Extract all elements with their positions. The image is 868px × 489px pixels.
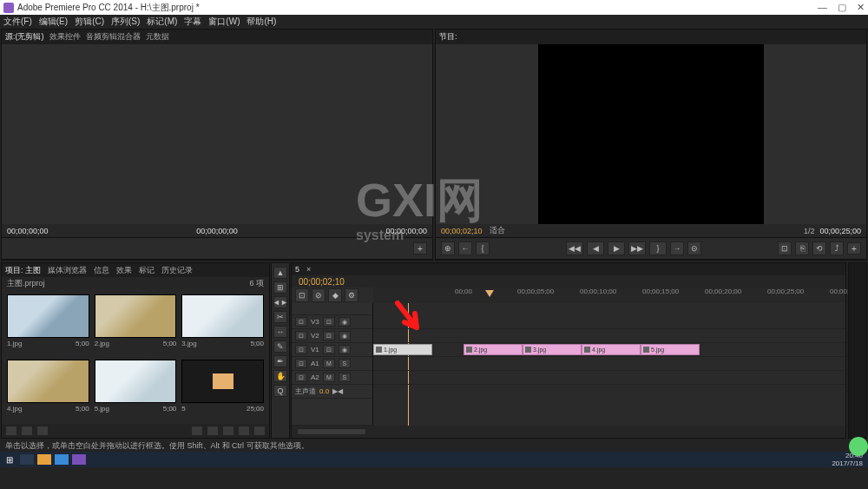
- program-tc-left[interactable]: 00;00;02;10: [441, 227, 483, 235]
- timeline-clip[interactable]: 1.jpg: [373, 344, 432, 355]
- settings-icon[interactable]: ⚙: [345, 288, 358, 302]
- program-fit[interactable]: 适合: [490, 225, 505, 236]
- step-right-icon[interactable]: ▶▶: [628, 241, 646, 255]
- video-track-row[interactable]: [373, 329, 845, 343]
- solo-icon[interactable]: S: [339, 359, 351, 368]
- insert-icon[interactable]: ⎘: [795, 241, 809, 255]
- overwrite-icon[interactable]: ⟲: [812, 241, 826, 255]
- project-item[interactable]: 525;00: [181, 360, 264, 420]
- close-button[interactable]: ✕: [857, 2, 865, 13]
- play-icon[interactable]: ▶: [608, 241, 625, 255]
- project-item[interactable]: 1.jpg5;00: [7, 294, 89, 354]
- menu-sequence[interactable]: 序列(S): [111, 16, 140, 28]
- audio-track-row[interactable]: [373, 371, 845, 385]
- assist-badge-icon[interactable]: [849, 437, 868, 456]
- project-item[interactable]: 5.jpg5;00: [95, 360, 177, 420]
- mute-icon[interactable]: M: [323, 373, 335, 382]
- toggle-output-icon[interactable]: ⊡: [323, 317, 335, 327]
- track-target[interactable]: ⊡: [295, 373, 307, 382]
- audio-track-header[interactable]: ⊡A2MS: [292, 371, 372, 385]
- timeline-tracks[interactable]: 1.jpg2.jpg3.jpg4.jpg5.jpg: [373, 303, 845, 426]
- timeline-clip[interactable]: 2.jpg: [464, 344, 523, 355]
- video-track-header[interactable]: ⊡V2⊡◉: [292, 329, 372, 343]
- maximize-button[interactable]: ▢: [838, 2, 846, 13]
- timeline-clip[interactable]: 3.jpg: [523, 344, 582, 355]
- menu-help[interactable]: 帮助(H): [247, 16, 276, 28]
- browser-icon[interactable]: [54, 453, 69, 466]
- toggle-sync-icon[interactable]: ◉: [339, 331, 351, 340]
- video-track-header[interactable]: ⊡V3⊡◉: [292, 315, 372, 329]
- audio-track-header[interactable]: ⊡A1MS: [292, 357, 372, 371]
- tab-info[interactable]: 信息: [94, 265, 109, 276]
- tab-program[interactable]: 节目:: [439, 31, 457, 43]
- source-add-button[interactable]: +: [413, 242, 427, 254]
- timeline-tab[interactable]: 5: [295, 265, 299, 274]
- track-target[interactable]: ⊡: [295, 317, 307, 327]
- zoom-tool-icon[interactable]: Q: [273, 385, 287, 397]
- project-item[interactable]: 4.jpg5;00: [7, 360, 89, 420]
- freeform-view-icon[interactable]: [36, 426, 49, 436]
- tab-project[interactable]: 项目: 主图: [5, 265, 41, 276]
- track-target[interactable]: ⊡: [295, 359, 307, 368]
- lift-icon[interactable]: ⊝: [687, 241, 701, 255]
- timeline-clip[interactable]: 5.jpg: [641, 344, 700, 355]
- master-value[interactable]: 0.0: [319, 387, 329, 395]
- auto-match-icon[interactable]: [191, 426, 203, 436]
- toggle-output-icon[interactable]: ⊡: [323, 345, 335, 354]
- link-icon[interactable]: ⊘: [312, 288, 326, 302]
- playhead-marker[interactable]: [485, 290, 494, 297]
- text-tool-icon[interactable]: ✒: [273, 355, 287, 367]
- tab-source[interactable]: 源:(无剪辑): [5, 31, 44, 43]
- goto-next-icon[interactable]: }: [649, 241, 667, 255]
- audio-track-row[interactable]: [373, 357, 845, 371]
- timeline-timecode[interactable]: 00;00;02;10: [299, 277, 345, 287]
- track-select-tool-icon[interactable]: ⊞: [273, 281, 287, 294]
- toggle-sync-icon[interactable]: ◉: [339, 345, 351, 354]
- master-track-header[interactable]: 主声道 0.0 ▶◀: [292, 385, 372, 399]
- tab-markers[interactable]: 标记: [139, 265, 155, 276]
- program-viewport[interactable]: [436, 44, 866, 224]
- program-zoom[interactable]: 1/2: [804, 227, 815, 235]
- menu-file[interactable]: 文件(F): [3, 16, 32, 28]
- icon-view-icon[interactable]: [21, 426, 33, 436]
- solo-icon[interactable]: S: [339, 373, 351, 382]
- slip-tool-icon[interactable]: ↔: [273, 326, 287, 338]
- video-track-row[interactable]: [373, 315, 845, 329]
- track-target[interactable]: ⊡: [295, 345, 307, 354]
- toggle-output-icon[interactable]: ⊡: [323, 331, 335, 340]
- snap-icon[interactable]: ⊡: [295, 288, 309, 302]
- track-target[interactable]: ⊡: [295, 331, 307, 340]
- mark-in-icon[interactable]: {: [476, 241, 490, 255]
- tab-effect-controls[interactable]: 效果控件: [49, 31, 81, 43]
- menu-caption[interactable]: 字幕: [184, 16, 201, 28]
- export-icon[interactable]: ⤴: [830, 241, 844, 255]
- menu-marker[interactable]: 标记(M): [147, 16, 177, 28]
- tab-metadata[interactable]: 元数据: [146, 31, 169, 43]
- export-frame-icon[interactable]: ⊡: [778, 241, 792, 255]
- tab-media-browser[interactable]: 媒体浏览器: [48, 265, 87, 276]
- marker-add-icon[interactable]: ⊕: [441, 241, 455, 255]
- menu-window[interactable]: 窗口(W): [208, 16, 240, 28]
- new-bin-icon[interactable]: [222, 426, 234, 436]
- project-item[interactable]: 3.jpg5;00: [181, 294, 264, 354]
- goto-prev-icon[interactable]: ◀◀: [566, 241, 583, 255]
- premiere-app-icon[interactable]: [71, 453, 87, 466]
- source-viewport[interactable]: [2, 44, 432, 224]
- new-item-icon[interactable]: [238, 426, 250, 436]
- list-view-icon[interactable]: [5, 426, 17, 436]
- mark-out-icon[interactable]: →: [670, 241, 684, 255]
- selection-tool-icon[interactable]: ▲: [273, 267, 287, 279]
- tab-effects[interactable]: 效果: [116, 265, 132, 276]
- marker-icon[interactable]: ◆: [328, 288, 342, 302]
- find-icon[interactable]: [207, 426, 219, 436]
- start-button[interactable]: ⊞: [2, 453, 17, 466]
- menu-clip[interactable]: 剪辑(C): [75, 16, 104, 28]
- clear-icon[interactable]: [253, 426, 266, 436]
- zoom-scrollbar[interactable]: [297, 428, 366, 435]
- hand-tool-icon[interactable]: ✋: [273, 370, 287, 382]
- video-track-header[interactable]: ⊡V1⊡◉: [292, 343, 372, 357]
- pen-tool-icon[interactable]: ✎: [273, 340, 287, 353]
- tab-history[interactable]: 历史记录: [161, 265, 193, 276]
- program-add-button[interactable]: +: [847, 242, 861, 254]
- step-back-icon[interactable]: ←: [458, 241, 472, 255]
